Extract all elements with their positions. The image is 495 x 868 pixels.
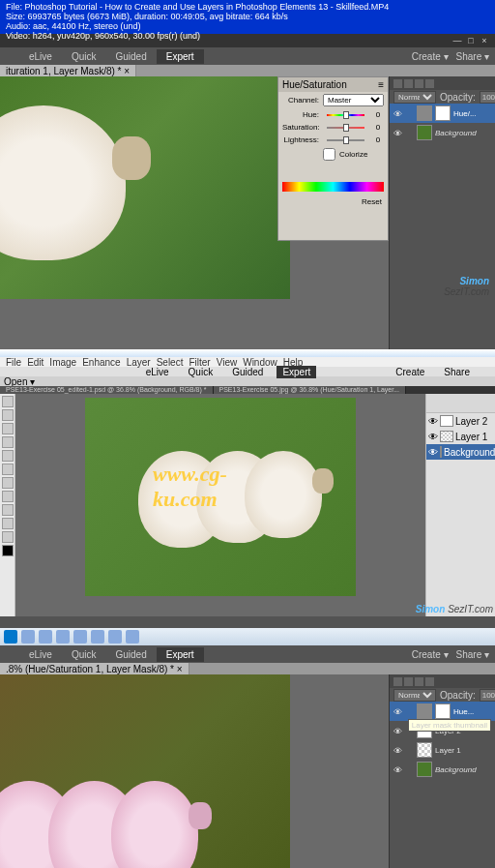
delete-icon[interactable]: [425, 79, 434, 88]
canvas[interactable]: [0, 76, 290, 299]
mode-quick[interactable]: Quick: [62, 647, 106, 662]
create-menu[interactable]: Create ▾: [412, 649, 449, 660]
task-icon[interactable]: [21, 630, 35, 644]
saturation-slider[interactable]: [327, 127, 364, 129]
mode-expert[interactable]: Expert: [157, 647, 204, 662]
visibility-icon[interactable]: 👁: [393, 746, 402, 755]
mode-expert[interactable]: Expert: [277, 366, 316, 378]
adjustment-thumb[interactable]: [417, 703, 432, 719]
open-button[interactable]: Open ▾: [4, 376, 35, 387]
lasso-tool[interactable]: [2, 464, 14, 475]
task-icon[interactable]: [108, 630, 122, 644]
hue-slider[interactable]: [327, 114, 364, 116]
menu-file[interactable]: File: [6, 357, 21, 368]
mask-thumb[interactable]: [435, 105, 451, 121]
blend-mode-select[interactable]: Normal: [393, 689, 436, 702]
hand-tool[interactable]: [2, 423, 14, 434]
mode-elive[interactable]: eLive: [19, 647, 62, 662]
task-icon[interactable]: [73, 630, 87, 644]
gradient-tool[interactable]: [2, 518, 14, 529]
eyedropper-tool[interactable]: [2, 436, 14, 448]
lightness-slider[interactable]: [327, 139, 364, 141]
task-icon[interactable]: [126, 630, 139, 644]
share-menu[interactable]: Share ▾: [456, 51, 489, 62]
visibility-icon[interactable]: 👁: [393, 129, 402, 137]
visibility-icon[interactable]: 👁: [393, 109, 402, 118]
layer-name: Hue...: [453, 707, 474, 716]
layer-row-bg[interactable]: 👁Background: [426, 444, 495, 460]
minimize-icon[interactable]: —: [452, 36, 462, 45]
text-tool[interactable]: [2, 504, 14, 516]
new-layer-icon[interactable]: [393, 677, 402, 686]
new-layer-icon[interactable]: [393, 79, 402, 88]
mask-icon[interactable]: [415, 79, 423, 88]
share-menu[interactable]: Share: [438, 366, 476, 378]
document-tab[interactable]: ituration 1, Layer Mask/8) * ×: [0, 65, 136, 77]
shape-tool[interactable]: [2, 531, 14, 543]
document-tab[interactable]: .8% (Hue/Saturation 1, Layer Mask/8) * ×: [0, 663, 189, 675]
layer-background[interactable]: 👁 Background: [390, 760, 495, 779]
mode-quick[interactable]: Quick: [183, 366, 219, 378]
mode-guided[interactable]: Guided: [105, 49, 156, 64]
opacity-value[interactable]: 100%: [480, 689, 495, 702]
colorize-checkbox[interactable]: [323, 148, 335, 161]
maximize-icon[interactable]: □: [466, 36, 476, 45]
adjustment-thumb[interactable]: [417, 105, 432, 121]
menu-edit[interactable]: Edit: [27, 357, 44, 368]
layer-background[interactable]: 👁 Background: [390, 123, 495, 142]
layer-1[interactable]: 👁 Layer 1: [390, 740, 495, 760]
mode-elive[interactable]: eLive: [140, 366, 175, 378]
panel-menu-icon[interactable]: ≡: [378, 79, 384, 90]
brush-tool[interactable]: [2, 477, 14, 489]
slider-thumb[interactable]: [343, 111, 349, 119]
create-menu[interactable]: Create ▾: [412, 51, 449, 62]
slider-thumb[interactable]: [343, 124, 349, 132]
fx-icon[interactable]: [404, 677, 413, 686]
marquee-tool[interactable]: [2, 450, 14, 462]
visibility-icon[interactable]: 👁: [393, 727, 402, 735]
layer-row[interactable]: 👁Layer 2: [426, 413, 495, 429]
close-icon[interactable]: ×: [480, 36, 489, 45]
task-icon[interactable]: [56, 630, 70, 644]
watermark-logo: Simon SezIT.com: [416, 604, 493, 614]
toolbox: [0, 394, 15, 616]
create-menu[interactable]: Create: [390, 366, 430, 378]
swatch-tool[interactable]: [2, 545, 14, 556]
task-icon[interactable]: [91, 630, 104, 644]
opacity-value[interactable]: 100%: [480, 91, 495, 104]
visibility-icon[interactable]: 👁: [393, 707, 402, 716]
saturation-row: Saturation: 0: [278, 121, 388, 134]
mode-guided[interactable]: Guided: [105, 647, 156, 662]
doc-tab-1[interactable]: PSE13-Exercise 05_edited-1.psd @ 36.8% (…: [0, 386, 214, 394]
zoom-tool[interactable]: [2, 409, 14, 421]
delete-icon[interactable]: [425, 677, 434, 686]
share-menu[interactable]: Share ▾: [456, 649, 489, 660]
start-button[interactable]: [4, 630, 17, 644]
mode-guided[interactable]: Guided: [226, 366, 269, 378]
layer-row[interactable]: 👁Layer 1: [426, 429, 495, 444]
layer-thumb[interactable]: [417, 125, 432, 140]
channel-select[interactable]: Master: [323, 94, 384, 106]
crop-tool[interactable]: [2, 491, 14, 502]
canvas-bot[interactable]: [0, 674, 290, 868]
layer-hue-sat[interactable]: 👁 Hue/...: [390, 104, 495, 123]
blend-mode-select[interactable]: Normal: [393, 91, 436, 104]
visibility-icon[interactable]: 👁: [393, 765, 402, 774]
task-icon[interactable]: [39, 630, 52, 644]
slider-thumb[interactable]: [343, 136, 349, 144]
canvas-mid[interactable]: www.cg-ku.com: [85, 398, 356, 596]
mode-expert[interactable]: Expert: [157, 49, 204, 64]
reset-button[interactable]: Reset: [278, 195, 388, 208]
fx-icon[interactable]: [404, 79, 413, 88]
mask-thumb[interactable]: [435, 703, 451, 719]
mask-icon[interactable]: [415, 677, 423, 686]
layer-hue-sat[interactable]: 👁 Hue...: [390, 702, 495, 721]
move-tool[interactable]: [2, 396, 14, 407]
layer-thumb[interactable]: [417, 742, 432, 758]
doc-tab-2[interactable]: PSE13-Exercise 05.jpg @ 36.8% (Hue/Satur…: [214, 386, 406, 394]
menu-image[interactable]: Image: [49, 357, 76, 368]
menu-enhance[interactable]: Enhance: [82, 357, 120, 368]
mode-elive[interactable]: eLive: [19, 49, 62, 64]
layer-thumb[interactable]: [417, 762, 432, 777]
mode-quick[interactable]: Quick: [62, 49, 106, 64]
